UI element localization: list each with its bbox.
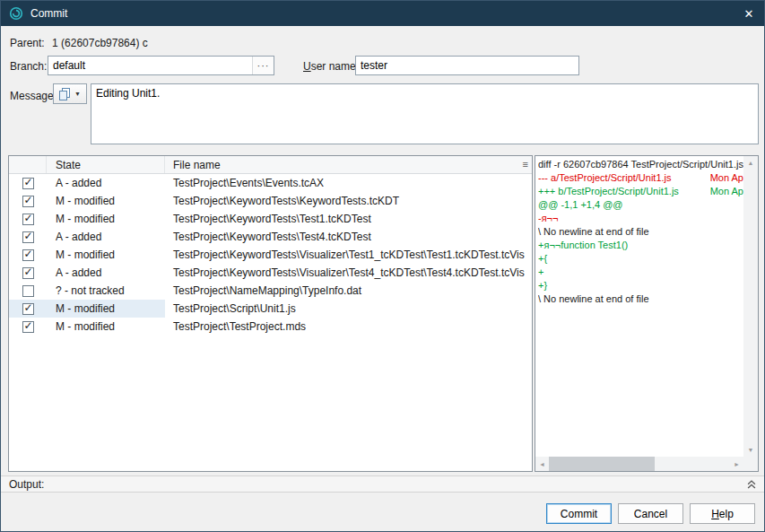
collapse-chevrons-icon[interactable] — [747, 480, 756, 489]
output-label: Output: — [9, 478, 44, 491]
checkbox-cell — [9, 264, 47, 282]
header-filename[interactable]: File name — [165, 156, 532, 173]
row-checkbox[interactable] — [22, 214, 34, 225]
row-checkbox[interactable] — [22, 321, 34, 333]
table-header: State File name ≡ — [9, 156, 532, 174]
table-row[interactable]: A - addedTestProject\KeywordTests\Visual… — [9, 264, 532, 282]
file-table-rows: A - addedTestProject\Events\Events.tcAXM… — [9, 174, 532, 336]
parent-label: Parent: — [10, 37, 45, 49]
diff-line: +} — [538, 279, 743, 292]
branch-browse-button[interactable]: ··· — [252, 57, 274, 74]
checkbox-cell — [9, 318, 47, 336]
table-row[interactable]: M - modifiedTestProject\TestProject.mds — [9, 318, 532, 336]
diff-line: \ No newline at end of file — [538, 225, 743, 239]
scrollbar-corner — [743, 457, 758, 471]
diff-line: --- a/TestProject/Script/Unit1.jsMon Ap — [538, 171, 743, 185]
username-label: User name: — [303, 60, 359, 73]
branch-field[interactable]: ··· — [48, 56, 274, 75]
message-templates-button[interactable]: ▼ — [53, 83, 87, 104]
row-checkbox[interactable] — [22, 178, 34, 189]
checkbox-cell — [9, 174, 47, 192]
diff-line: -я¬¬ — [538, 212, 743, 225]
help-button[interactable]: Help — [690, 503, 755, 524]
table-row[interactable]: M - modifiedTestProject\KeywordTests\Tes… — [9, 210, 532, 228]
row-checkbox[interactable] — [22, 303, 34, 315]
checkbox-cell — [9, 210, 47, 228]
document-icon — [59, 88, 71, 100]
diff-line: @@ -1,1 +1,4 @@ — [538, 198, 743, 212]
diff-line: +++ b/TestProject/Script/Unit1.jsMon Ap — [538, 185, 743, 198]
table-row[interactable]: ? - not trackedTestProject\NameMapping\T… — [9, 282, 532, 300]
ellipsis-icon: ··· — [257, 60, 270, 71]
table-row[interactable]: M - modifiedTestProject\KeywordTests\Key… — [9, 192, 532, 210]
state-cell: M - modified — [47, 318, 165, 336]
close-icon: ✕ — [744, 7, 754, 21]
state-cell: A - added — [47, 228, 165, 246]
state-cell: M - modified — [47, 300, 165, 318]
parent-info: Parent: 1 (62607cb97864) c — [10, 37, 148, 49]
message-label: Message: — [10, 90, 57, 102]
filename-cell: TestProject\KeywordTests\Visualizer\Test… — [165, 266, 532, 279]
username-field[interactable] — [355, 56, 579, 75]
diff-line: +я¬¬function Test1() — [538, 239, 743, 252]
scroll-left-icon[interactable]: ◄ — [535, 457, 549, 471]
scroll-down-icon[interactable]: ▼ — [743, 443, 758, 457]
scroll-right-icon[interactable]: ► — [730, 457, 743, 471]
state-cell: M - modified — [47, 192, 165, 210]
scroll-up-icon[interactable]: ▲ — [743, 156, 758, 170]
message-input[interactable]: Editing Unit1. — [91, 84, 758, 144]
table-row[interactable]: A - addedTestProject\KeywordTests\Test4.… — [9, 228, 532, 246]
diff-content: diff -r 62607cb97864 TestProject/Script/… — [535, 156, 743, 457]
diff-horizontal-scrollbar[interactable]: ◄ ► — [535, 457, 743, 471]
table-row[interactable]: M - modifiedTestProject\KeywordTests\Vis… — [9, 246, 532, 264]
app-icon — [9, 6, 23, 21]
commit-button-label: Commit — [561, 508, 597, 520]
close-button[interactable]: ✕ — [734, 1, 764, 26]
diff-line: \ No newline at end of file — [538, 292, 743, 306]
row-checkbox[interactable] — [22, 231, 34, 243]
username-input[interactable] — [356, 57, 578, 74]
filename-cell: TestProject\TestProject.mds — [165, 320, 532, 333]
commit-button[interactable]: Commit — [546, 503, 612, 524]
header-checkbox-column[interactable] — [9, 156, 47, 173]
diff-line: diff -r 62607cb97864 TestProject/Script/… — [538, 158, 743, 171]
file-table: State File name ≡ A - addedTestProject\E… — [8, 155, 533, 472]
row-checkbox[interactable] — [22, 249, 34, 261]
branch-label: Branch: — [10, 60, 47, 73]
diff-line: +{ — [538, 252, 743, 266]
row-checkbox[interactable] — [22, 267, 34, 279]
horizontal-scroll-thumb[interactable] — [549, 457, 655, 471]
state-cell: A - added — [47, 174, 165, 192]
state-cell: M - modified — [47, 246, 165, 264]
checkbox-cell — [9, 228, 47, 246]
commit-dialog: Commit ✕ Parent: 1 (62607cb97864) c Bran… — [0, 0, 765, 532]
message-box: Editing Unit1. — [91, 83, 759, 144]
row-checkbox[interactable] — [22, 196, 34, 207]
diff-vertical-scrollbar[interactable]: ▲ ▼ — [743, 156, 758, 457]
filename-cell: TestProject\Script\Unit1.js — [165, 302, 532, 315]
table-row[interactable]: M - modifiedTestProject\Script\Unit1.js — [9, 300, 532, 318]
branch-input[interactable] — [48, 57, 252, 74]
checkbox-cell — [9, 282, 47, 300]
filename-cell: TestProject\KeywordTests\Test1.tcKDTest — [165, 213, 532, 225]
state-cell: M - modified — [47, 210, 165, 228]
filename-cell: TestProject\NameMapping\TypeInfo.dat — [165, 284, 532, 297]
row-checkbox[interactable] — [22, 285, 34, 297]
table-row[interactable]: A - addedTestProject\Events\Events.tcAX — [9, 174, 532, 192]
window-title: Commit — [30, 7, 67, 20]
checkbox-cell — [9, 192, 47, 210]
help-button-label: Help — [711, 508, 734, 520]
header-state[interactable]: State — [47, 156, 165, 173]
parent-value: 1 (62607cb97864) c — [52, 37, 148, 49]
column-menu-icon[interactable]: ≡ — [523, 159, 528, 170]
state-cell: A - added — [47, 264, 165, 282]
checkbox-cell — [9, 300, 47, 318]
titlebar: Commit ✕ — [1, 1, 764, 26]
checkbox-cell — [9, 246, 47, 264]
filename-cell: TestProject\Events\Events.tcAX — [165, 177, 532, 189]
diff-panel: diff -r 62607cb97864 TestProject/Script/… — [535, 155, 759, 472]
filename-cell: TestProject\KeywordTests\KeywordTests.tc… — [165, 195, 532, 207]
output-bar[interactable]: Output: — [1, 475, 764, 493]
filename-cell: TestProject\KeywordTests\Visualizer\Test… — [165, 249, 532, 261]
cancel-button[interactable]: Cancel — [618, 503, 683, 524]
